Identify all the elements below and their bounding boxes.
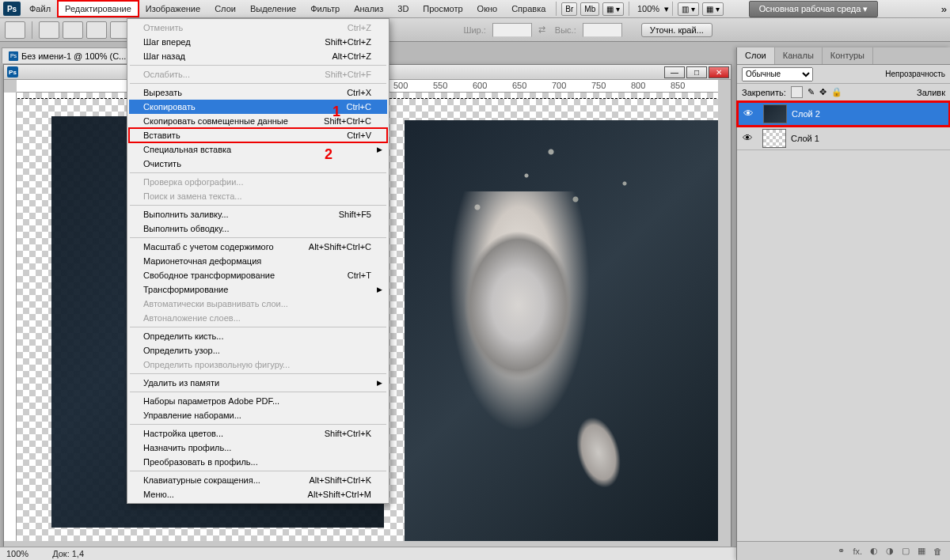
screen-mode-button[interactable]: ▦ ▾	[602, 2, 624, 16]
folder-icon[interactable]: ▢	[902, 546, 910, 556]
zoom-value[interactable]: 100%	[633, 2, 664, 15]
menu-item: ОтменитьCtrl+Z	[129, 21, 387, 35]
menu-item[interactable]: Шаг впередShift+Ctrl+Z	[129, 35, 387, 49]
overflow-icon[interactable]: »	[941, 3, 947, 15]
menu-item[interactable]: Клавиатурные сокращения...Alt+Shift+Ctrl…	[129, 473, 387, 487]
menu-item[interactable]: Назначить профиль...	[129, 441, 387, 455]
menu-item[interactable]: Специальная вставка▶	[129, 142, 387, 157]
maximize-button[interactable]: □	[686, 66, 707, 78]
menu-edit[interactable]: Редактирование	[58, 1, 139, 17]
menu-item[interactable]: Определить узор...	[129, 343, 387, 358]
layer-options-row: Обычные Непрозрачность	[737, 65, 950, 84]
menu-help[interactable]: Справка	[504, 1, 553, 17]
link-icon[interactable]: ⚭	[838, 546, 845, 556]
layer-row[interactable]: 👁 Слой 1	[737, 127, 950, 150]
new-layer-icon[interactable]: ▦	[918, 546, 925, 556]
menu-item[interactable]: Марионеточная деформация	[129, 254, 387, 268]
menu-select[interactable]: Выделение	[243, 1, 303, 17]
layer-thumbnail[interactable]	[762, 129, 786, 148]
layer-content-photo	[405, 120, 718, 541]
lock-transparency-icon[interactable]	[791, 86, 803, 98]
zoom-dropdown-icon[interactable]: ▾	[664, 4, 669, 14]
menu-item: Проверка орфографии...	[129, 175, 387, 189]
tab-channels[interactable]: Каналы	[775, 47, 823, 64]
menu-item[interactable]: Свободное трансформированиеCtrl+T	[129, 268, 387, 282]
menu-item: Автоналожение слоев...	[129, 311, 387, 325]
selection-new[interactable]	[39, 21, 59, 39]
selection-add[interactable]	[63, 21, 83, 39]
menu-item[interactable]: Преобразовать в профиль...	[129, 455, 387, 469]
status-zoom[interactable]: 100%	[6, 549, 28, 558]
arrange-button[interactable]: ▥ ▾	[678, 2, 699, 16]
menu-file[interactable]: Файл	[22, 1, 58, 17]
menu-item[interactable]: Очистить	[129, 157, 387, 171]
document-tab-title: Без имени-1 @ 100% (С...	[21, 51, 126, 61]
menu-item[interactable]: Определить кисть...	[129, 329, 387, 343]
menu-analysis[interactable]: Анализ	[347, 1, 390, 17]
menu-item[interactable]: Выполнить обводку...	[129, 221, 387, 236]
layers-panel: Слои Каналы Контуры Обычные Непрозрачнос…	[736, 47, 950, 560]
width-label: Шир.:	[460, 25, 488, 35]
height-label: Выс.:	[552, 25, 580, 35]
width-field[interactable]	[492, 23, 532, 37]
close-button[interactable]: ✕	[709, 66, 729, 78]
selection-subtract[interactable]	[86, 21, 107, 39]
menu-filter[interactable]: Фильтр	[303, 1, 347, 17]
height-field[interactable]	[583, 23, 622, 37]
menu-item: Ослабить...Shift+Ctrl+F	[129, 67, 387, 81]
tab-layers[interactable]: Слои	[737, 47, 775, 64]
menu-item[interactable]: Скопировать совмещенные данныеShift+Ctrl…	[129, 114, 387, 128]
tool-preset[interactable]	[5, 21, 25, 39]
blend-mode-select[interactable]: Обычные	[742, 67, 813, 81]
menu-view[interactable]: Просмотр	[416, 1, 469, 17]
menu-item[interactable]: Масштаб с учетом содержимогоAlt+Shift+Ct…	[129, 240, 387, 254]
layer-name[interactable]: Слой 2	[792, 109, 820, 119]
layer-name[interactable]: Слой 1	[791, 134, 819, 143]
bridge-button[interactable]: Br	[561, 2, 577, 16]
lock-all-icon[interactable]: 🔒	[831, 87, 842, 97]
fill-label: Заливк	[917, 88, 945, 97]
document-tab[interactable]: Ps Без имени-1 @ 100% (С...	[2, 47, 133, 63]
lock-move-icon[interactable]: ✥	[819, 87, 826, 97]
menu-item: Определить произвольную фигуру...	[129, 358, 387, 372]
trash-icon[interactable]: 🗑	[933, 547, 942, 556]
ruler-vertical	[4, 93, 17, 541]
menu-item[interactable]: Выполнить заливку...Shift+F5	[129, 207, 387, 221]
minibridge-button[interactable]: Mb	[580, 2, 599, 16]
workspace-button[interactable]: Основная рабочая среда ▾	[749, 1, 879, 17]
fx-button[interactable]: fx.	[853, 547, 862, 556]
app-logo: Ps	[3, 2, 21, 16]
menu-item[interactable]: Управление наборами...	[129, 408, 387, 422]
visibility-icon[interactable]: 👁	[738, 108, 758, 119]
layers-highlight: 👁 Слой 2	[737, 101, 950, 127]
extras-button[interactable]: ▦ ▾	[702, 2, 724, 16]
minimize-button[interactable]: —	[664, 66, 685, 78]
menu-item[interactable]: Трансформирование▶	[129, 282, 387, 297]
menu-3d[interactable]: 3D	[390, 1, 416, 17]
ps-icon: Ps	[9, 51, 18, 61]
menu-item[interactable]: Наборы параметров Adobe PDF...	[129, 394, 387, 408]
refine-edge-button[interactable]: Уточн. край...	[641, 23, 712, 37]
tab-paths[interactable]: Контуры	[823, 47, 873, 64]
layer-row[interactable]: 👁 Слой 2	[738, 102, 949, 126]
status-doc[interactable]: Док: 1,4	[52, 549, 84, 558]
mask-icon[interactable]: ◐	[870, 546, 878, 556]
separator	[556, 2, 557, 16]
menu-item: Автоматически выравнивать слои...	[129, 297, 387, 311]
swap-icon[interactable]: ⇄	[538, 25, 545, 35]
menu-item[interactable]: Меню...Alt+Shift+Ctrl+M	[129, 487, 387, 501]
menu-item[interactable]: Шаг назадAlt+Ctrl+Z	[129, 49, 387, 63]
menu-image[interactable]: Изображение	[139, 1, 207, 17]
menu-item[interactable]: СкопироватьCtrl+C	[129, 100, 387, 114]
layer-thumbnail[interactable]	[763, 104, 787, 123]
lock-brush-icon[interactable]: ✎	[808, 87, 815, 97]
adjustment-icon[interactable]: ◑	[886, 546, 894, 556]
menu-window[interactable]: Окно	[470, 1, 505, 17]
ps-icon: Ps	[7, 66, 18, 78]
menu-item[interactable]: Удалить из памяти▶	[129, 376, 387, 390]
visibility-icon[interactable]: 👁	[737, 132, 758, 144]
menu-item[interactable]: Настройка цветов...Shift+Ctrl+K	[129, 426, 387, 441]
menu-layers[interactable]: Слои	[207, 1, 243, 17]
menu-item[interactable]: ВырезатьCtrl+X	[129, 85, 387, 100]
menu-item[interactable]: ВставитьCtrl+V	[129, 128, 387, 142]
